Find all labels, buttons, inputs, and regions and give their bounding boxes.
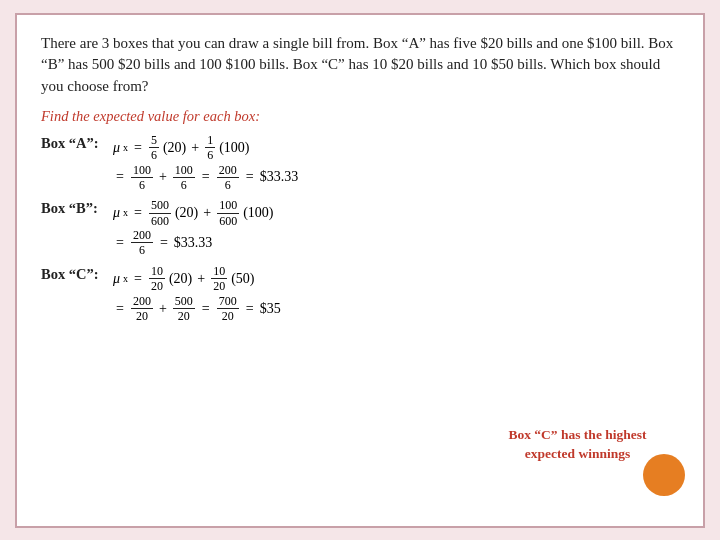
box-b-section: Box “B”: μx = 500600 (20) + 100600 (100)… (41, 198, 679, 258)
frac-100-600-b: 100600 (217, 198, 239, 228)
box-a-section: Box “A”: μx = 56 (20) + 16 (100) = 1006 … (41, 133, 679, 193)
box-b-formula: μx = 500600 (20) + 100600 (100) = 2006 =… (113, 198, 274, 258)
frac-10-20-c2: 1020 (211, 264, 227, 294)
frac-10-20-c1: 1020 (149, 264, 165, 294)
frac-100-6-a1: 1006 (131, 163, 153, 193)
problem-text: There are 3 boxes that you can draw a si… (41, 33, 679, 98)
box-a-label: Box “A”: (41, 135, 113, 152)
box-c-section: Box “C”: μx = 1020 (20) + 1020 (50) = 20… (41, 264, 679, 324)
box-b-label: Box “B”: (41, 200, 113, 217)
frac-200-6-b: 2006 (131, 228, 153, 258)
box-c-label: Box “C”: (41, 266, 113, 283)
sub-x-b1: x (123, 203, 128, 223)
find-instruction: Find the expected value for each box: (41, 108, 679, 125)
frac-500-20-c: 50020 (173, 294, 195, 324)
mu-symbol-b1: μ (113, 199, 120, 227)
frac-500-600-b: 500600 (149, 198, 171, 228)
box-c-formula: μx = 1020 (20) + 1020 (50) = 20020 + 500… (113, 264, 281, 324)
frac-5-6-a: 56 (149, 133, 159, 163)
box-a-formula: μx = 56 (20) + 16 (100) = 1006 + 1006 = … (113, 133, 298, 193)
frac-1-6-a: 16 (205, 133, 215, 163)
frac-700-20-c: 70020 (217, 294, 239, 324)
mu-symbol-a1: μ (113, 134, 120, 162)
sub-x-c1: x (123, 269, 128, 289)
box-c-note: Box “C” has the highest expected winning… (500, 426, 655, 464)
slide: There are 3 boxes that you can draw a si… (15, 13, 705, 528)
frac-200-6-a: 2006 (217, 163, 239, 193)
frac-100-6-a2: 1006 (173, 163, 195, 193)
frac-200-20-c: 20020 (131, 294, 153, 324)
mu-symbol-c1: μ (113, 265, 120, 293)
orange-circle-decoration (643, 454, 685, 496)
sub-x-a1: x (123, 138, 128, 158)
